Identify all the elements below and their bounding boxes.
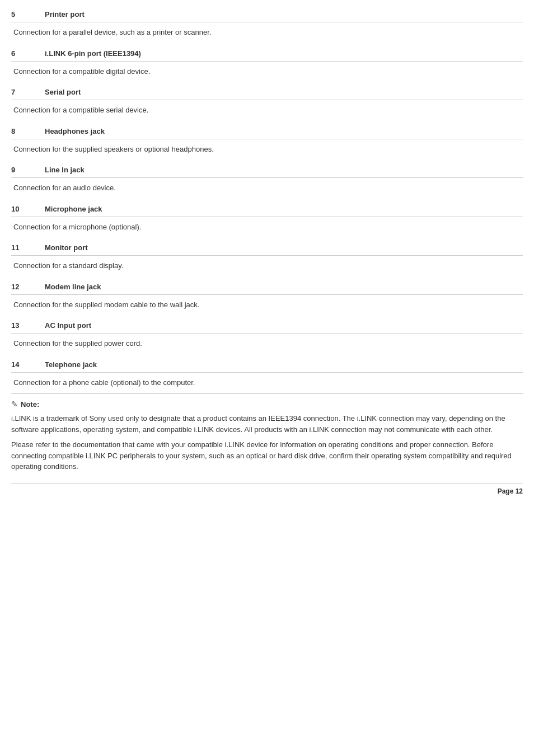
note-box: ✎ Note: i.LINK is a trademark of Sony us… <box>11 393 523 472</box>
section-13: 13AC Input portConnection for the suppli… <box>11 316 523 349</box>
section-title: Line In jack <box>45 166 85 174</box>
section-description: Connection for an audio device. <box>13 182 523 194</box>
section-description: Connection for a standard display. <box>13 260 523 271</box>
section-number: 7 <box>11 88 45 96</box>
section-number: 14 <box>11 360 45 369</box>
section-title: Microphone jack <box>45 205 102 213</box>
note-paragraph: i.LINK is a trademark of Sony used only … <box>11 413 523 435</box>
section-description: Connection for the supplied modem cable … <box>13 299 523 311</box>
section-number: 6 <box>11 49 45 58</box>
section-description: Connection for the supplied power cord. <box>13 338 523 349</box>
section-header: 5Printer port <box>11 4 523 22</box>
section-8: 8Headphones jackConnection for the suppl… <box>11 121 523 155</box>
section-header: 14Telephone jack <box>11 355 523 373</box>
section-header: 13AC Input port <box>11 316 523 334</box>
section-title: Headphones jack <box>45 127 105 135</box>
section-number: 12 <box>11 283 45 291</box>
section-description: Connection for a compatible serial devic… <box>13 105 523 116</box>
section-number: 9 <box>11 166 45 174</box>
section-header: 7Serial port <box>11 82 523 100</box>
note-label: Note: <box>21 400 39 408</box>
section-description: Connection for a microphone (optional). <box>13 222 523 233</box>
sections-container: 5Printer portConnection for a parallel d… <box>11 4 523 388</box>
section-10: 10Microphone jackConnection for a microp… <box>11 199 523 233</box>
section-title: Monitor port <box>45 243 88 252</box>
section-header: 10Microphone jack <box>11 199 523 217</box>
section-header: 9Line In jack <box>11 160 523 178</box>
page-number: Page 12 <box>11 483 523 495</box>
section-9: 9Line In jackConnection for an audio dev… <box>11 160 523 194</box>
section-5: 5Printer portConnection for a parallel d… <box>11 4 523 38</box>
section-12: 12Modem line jackConnection for the supp… <box>11 277 523 311</box>
note-header: ✎ Note: <box>11 400 523 408</box>
section-title: Modem line jack <box>45 283 101 291</box>
section-title: Telephone jack <box>45 360 97 369</box>
note-paragraph: Please refer to the documentation that c… <box>11 439 523 472</box>
note-icon: ✎ <box>11 400 18 408</box>
section-description: Connection for a phone cable (optional) … <box>13 377 523 388</box>
section-number: 8 <box>11 127 45 135</box>
section-number: 5 <box>11 10 45 18</box>
note-paragraphs: i.LINK is a trademark of Sony used only … <box>11 413 523 472</box>
section-description: Connection for a parallel device, such a… <box>13 27 523 38</box>
section-14: 14Telephone jackConnection for a phone c… <box>11 355 523 388</box>
section-title: i.LINK 6-pin port (IEEE1394) <box>45 49 141 58</box>
section-number: 10 <box>11 205 45 213</box>
section-header: 11Monitor port <box>11 238 523 256</box>
section-11: 11Monitor portConnection for a standard … <box>11 238 523 271</box>
section-header: 6i.LINK 6-pin port (IEEE1394) <box>11 44 523 62</box>
section-title: Printer port <box>45 10 85 18</box>
section-title: Serial port <box>45 88 81 96</box>
section-description: Connection for the supplied speakers or … <box>13 144 523 155</box>
section-number: 11 <box>11 243 45 252</box>
section-7: 7Serial portConnection for a compatible … <box>11 82 523 116</box>
section-description: Connection for a compatible digital devi… <box>13 66 523 77</box>
section-number: 13 <box>11 321 45 330</box>
section-title: AC Input port <box>45 321 91 330</box>
section-header: 12Modem line jack <box>11 277 523 295</box>
section-header: 8Headphones jack <box>11 121 523 139</box>
section-6: 6i.LINK 6-pin port (IEEE1394)Connection … <box>11 44 523 77</box>
